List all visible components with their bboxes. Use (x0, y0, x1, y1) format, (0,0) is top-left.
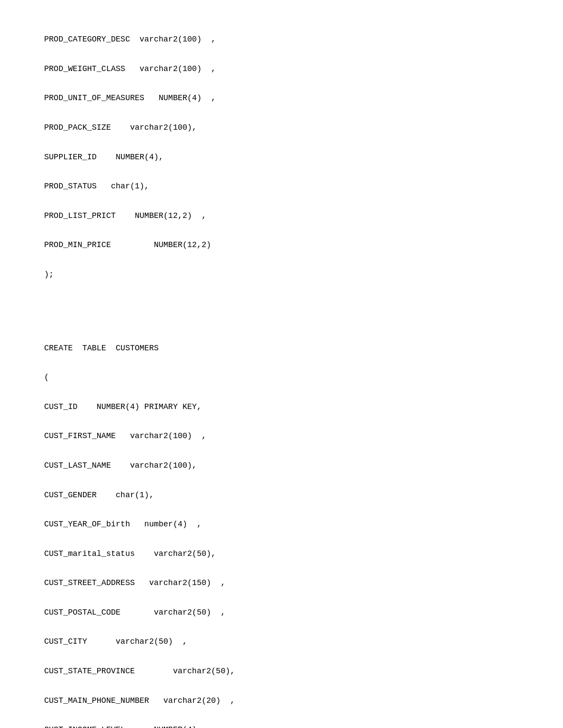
code-line (44, 503, 563, 517)
code-line (44, 297, 563, 311)
code-line: PROD_MIN_PRICE NUMBER(12,2) (44, 238, 563, 252)
code-line: CUST_POSTAL_CODE varchar2(50) , (44, 605, 563, 620)
code-line: CUST_MAIN_PHONE_NUMBER varchar2(20) , (44, 694, 563, 708)
code-line (44, 76, 563, 91)
code-line: CUST_YEAR_OF_birth number(4) , (44, 517, 563, 532)
code-line: ); (44, 267, 563, 282)
code-line (44, 194, 563, 209)
code-line: CUST_STREET_ADDRESS varchar2(150) , (44, 576, 563, 590)
sql-code-block: PROD_CATEGORY_DESC varchar2(100) , PROD_… (44, 18, 563, 728)
code-line: PROD_UNIT_OF_MEASURES NUMBER(4) , (44, 91, 563, 105)
code-line (44, 385, 563, 399)
code-line (44, 414, 563, 429)
code-line (44, 561, 563, 576)
code-line (44, 473, 563, 488)
code-line (44, 708, 563, 723)
code-line (44, 532, 563, 546)
code-line (44, 326, 563, 341)
code-line (44, 311, 563, 326)
code-line: PROD_LIST_PRICT NUMBER(12,2) , (44, 209, 563, 223)
code-line: CUST_LAST_NAME varchar2(100), (44, 458, 563, 473)
code-line (44, 165, 563, 179)
code-line (44, 591, 563, 605)
code-line (44, 679, 563, 693)
code-line (44, 620, 563, 634)
code-line: PROD_PACK_SIZE varchar2(100), (44, 120, 563, 135)
code-line: CUST_FIRST_NAME varchar2(100) , (44, 429, 563, 443)
code-line (44, 106, 563, 120)
code-line (44, 223, 563, 238)
code-line (44, 444, 563, 458)
code-line: PROD_WEIGHT_CLASS varchar2(100) , (44, 62, 563, 76)
code-line: SUPPLIER_ID NUMBER(4), (44, 150, 563, 165)
code-line (44, 135, 563, 150)
code-line: CUST_marital_status varchar2(50), (44, 547, 563, 561)
code-line (44, 282, 563, 296)
code-line: CREATE TABLE CUSTOMERS (44, 341, 563, 356)
code-line (44, 356, 563, 370)
code-line: CUST_CITY varchar2(50) , (44, 634, 563, 649)
code-line: CUST_INCOME_LEVEL NUMBER(4), (44, 723, 563, 728)
code-line (44, 253, 563, 267)
code-line (44, 47, 563, 62)
code-line: ( (44, 370, 563, 385)
code-line: PROD_STATUS char(1), (44, 179, 563, 194)
code-line (44, 649, 563, 664)
code-line: PROD_CATEGORY_DESC varchar2(100) , (44, 32, 563, 47)
code-line: CUST_STATE_PROVINCE varchar2(50), (44, 664, 563, 679)
code-line: CUST_ID NUMBER(4) PRIMARY KEY, (44, 400, 563, 414)
code-line: CUST_GENDER char(1), (44, 488, 563, 503)
